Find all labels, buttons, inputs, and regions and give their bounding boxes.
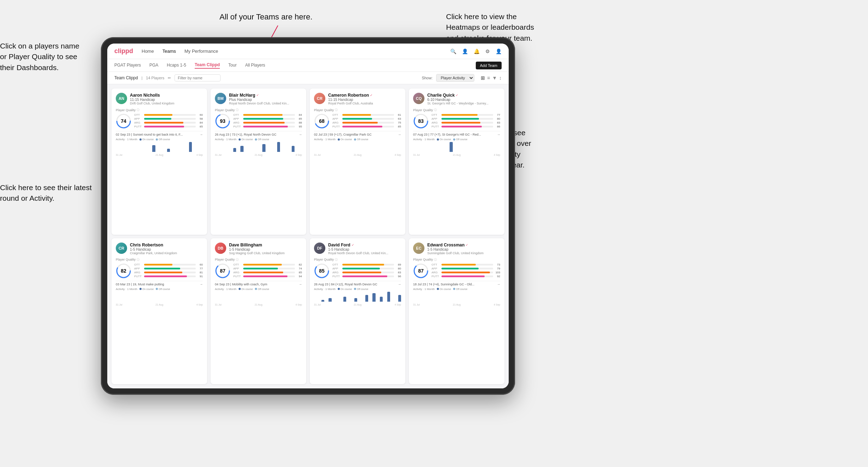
round-text: 26 Aug 23 | 73 (+1), Royal North Devon G… bbox=[215, 133, 299, 136]
recent-round[interactable]: 02 Jul 23 | 59 (+17), Craigmillar Park G… bbox=[314, 131, 401, 136]
player-card[interactable]: BM Blair McHarg ✓ Plus Handicap Royal No… bbox=[211, 89, 306, 235]
player-header: DB Dave Billingham 1-5 Handicap Sog Magi… bbox=[215, 243, 302, 255]
quality-label: Player Quality ⓘ bbox=[413, 258, 500, 262]
avatar: BM bbox=[215, 93, 226, 104]
recent-round[interactable]: 03 Mar 23 | 19, Must make putting → bbox=[116, 281, 203, 286]
stat-row: ARG 83 bbox=[432, 121, 500, 124]
stat-row: ARG 75 bbox=[332, 121, 401, 124]
stat-value: 74 bbox=[296, 267, 302, 270]
player-name[interactable]: Blair McHarg bbox=[229, 93, 255, 98]
stat-value: 85 bbox=[197, 125, 203, 128]
stat-bar-bg bbox=[342, 122, 394, 124]
stat-name: PUTT bbox=[134, 275, 143, 278]
stat-value: 96 bbox=[395, 275, 401, 278]
stat-bar bbox=[243, 126, 288, 127]
stat-bar-bg bbox=[243, 114, 295, 116]
stat-bar bbox=[441, 126, 482, 127]
player-club: Royal North Devon Golf Club, United Kin.… bbox=[229, 102, 302, 105]
notification-icon[interactable]: 🔔 bbox=[474, 49, 480, 54]
tab-tour[interactable]: Tour bbox=[228, 63, 236, 68]
player-name[interactable]: Dave Billingham bbox=[229, 243, 262, 247]
chart-bar bbox=[365, 295, 368, 302]
chart-bar bbox=[380, 297, 383, 302]
stat-bar-bg bbox=[342, 114, 394, 116]
search-icon[interactable]: 🔍 bbox=[450, 49, 456, 54]
chart-x-labels: 31 Jul 21 Aug 4 Sep bbox=[116, 303, 203, 306]
player-handicap: 11-15 Handicap bbox=[328, 98, 401, 102]
filter-icon[interactable]: ▼ bbox=[492, 75, 497, 81]
stat-row: OTT 77 bbox=[432, 113, 500, 116]
stat-bar-bg bbox=[342, 126, 394, 127]
x-label-3: 4 Sep bbox=[494, 154, 500, 156]
chart-bar bbox=[152, 145, 155, 152]
quality-circle[interactable]: 85 bbox=[314, 263, 330, 279]
quality-number: 83 bbox=[418, 118, 424, 124]
recent-round[interactable]: 18 Jul 23 | 74 (+4), Sunningdale GC - Ol… bbox=[413, 281, 500, 286]
player-card[interactable]: AN Aaron Nicholls 11-15 Handicap Drift G… bbox=[112, 89, 207, 235]
edit-icon[interactable]: ✏ bbox=[168, 76, 171, 80]
add-team-button[interactable]: Add Team bbox=[476, 62, 502, 69]
show-select[interactable]: Player Activity bbox=[436, 74, 474, 82]
activity-label: Activity · 1 Month On course Off course bbox=[116, 287, 203, 291]
profile-icon[interactable]: 👤 bbox=[462, 49, 468, 54]
off-course-dot bbox=[354, 138, 356, 141]
player-name[interactable]: Charlie Quick bbox=[427, 93, 455, 98]
verified-icon: ✓ bbox=[370, 93, 373, 97]
off-course-label: Off course bbox=[258, 138, 269, 141]
tab-pga[interactable]: PGA bbox=[149, 63, 158, 68]
recent-round[interactable]: 02 Sep 23 | Sunset round to get back int… bbox=[116, 131, 203, 136]
x-label-2: 21 Aug bbox=[155, 154, 163, 156]
stat-bar-bg bbox=[441, 268, 493, 269]
stat-bar bbox=[144, 122, 183, 124]
player-card[interactable]: CR Cameron Robertson ✓ 11-15 Handicap Ro… bbox=[310, 89, 405, 235]
recent-round[interactable]: 26 Aug 23 | 84 (+12), Royal North Devon … bbox=[314, 281, 401, 286]
tab-team-clippd[interactable]: Team Clippd bbox=[195, 62, 220, 69]
tab-all-players[interactable]: All Players bbox=[245, 63, 265, 68]
recent-round[interactable]: 26 Aug 23 | 73 (+1), Royal North Devon G… bbox=[215, 131, 302, 136]
recent-round[interactable]: 04 Sep 23 | Mobility with coach, Gym → bbox=[215, 281, 302, 286]
recent-round[interactable]: 07 Aug 23 | 77 (+7), St George's Hill GC… bbox=[413, 131, 500, 136]
player-name[interactable]: David Ford bbox=[328, 243, 350, 247]
quality-circle[interactable]: 74 bbox=[116, 113, 131, 129]
tab-pgat[interactable]: PGAT Players bbox=[114, 63, 141, 68]
stats-list: OTT 61 APP 63 ARG 75 PUTT 8 bbox=[332, 113, 401, 129]
quality-circle[interactable]: 87 bbox=[413, 263, 429, 279]
stat-value: 77 bbox=[495, 113, 500, 116]
nav-teams[interactable]: Teams bbox=[162, 49, 176, 54]
player-card[interactable]: DB Dave Billingham 1-5 Handicap Sog Magi… bbox=[211, 238, 306, 385]
player-name[interactable]: Chris Robertson bbox=[130, 243, 163, 247]
nav-my-performance[interactable]: My Performance bbox=[184, 49, 218, 54]
grid-view-icon[interactable]: ⊞ bbox=[481, 75, 485, 81]
quality-circle[interactable]: 83 bbox=[413, 113, 429, 129]
quality-circle[interactable]: 68 bbox=[314, 113, 330, 129]
list-view-icon[interactable]: ≡ bbox=[487, 75, 490, 81]
separator: | bbox=[142, 76, 143, 80]
player-name[interactable]: Edward Crossman bbox=[427, 243, 464, 247]
player-card[interactable]: EC Edward Crossman ✓ 1-5 Handicap Sunnin… bbox=[409, 238, 504, 385]
off-course-label: Off course bbox=[258, 288, 269, 290]
quality-circle[interactable]: 87 bbox=[215, 263, 230, 279]
quality-circle[interactable]: 82 bbox=[116, 263, 131, 279]
settings-icon[interactable]: ⚙ bbox=[485, 49, 490, 54]
tab-hcaps[interactable]: Hcaps 1-5 bbox=[167, 63, 186, 68]
on-course-label: On course bbox=[142, 288, 154, 290]
user-icon[interactable]: 👤 bbox=[496, 49, 502, 54]
player-handicap: 1-5 Handicap bbox=[328, 247, 401, 251]
player-name[interactable]: Cameron Robertson bbox=[328, 93, 369, 98]
stat-name: OTT bbox=[432, 113, 440, 116]
player-club: Drift Golf Club, United Kingdom bbox=[130, 102, 203, 105]
nav-home[interactable]: Home bbox=[142, 49, 154, 54]
round-arrow-icon: → bbox=[299, 133, 302, 136]
chart-bar bbox=[292, 146, 295, 152]
stat-name: OTT bbox=[432, 263, 440, 266]
player-card[interactable]: CR Chris Robertson 1-5 Handicap Craigmil… bbox=[112, 238, 207, 385]
stats-list: OTT 89 APP 80 ARG 83 PUTT 9 bbox=[332, 263, 401, 279]
player-card[interactable]: CQ Charlie Quick ✓ 6-10 Handicap St. Geo… bbox=[409, 89, 504, 235]
player-info: Charlie Quick ✓ 6-10 Handicap St. George… bbox=[427, 93, 500, 105]
x-label-1: 31 Jul bbox=[413, 303, 420, 306]
player-name[interactable]: Aaron Nicholls bbox=[130, 93, 160, 98]
quality-circle[interactable]: 93 bbox=[215, 113, 230, 129]
search-input[interactable] bbox=[175, 74, 221, 81]
player-card[interactable]: DF David Ford ✓ 1-5 Handicap Royal North… bbox=[310, 238, 405, 385]
sort-icon[interactable]: ↕ bbox=[499, 75, 502, 81]
